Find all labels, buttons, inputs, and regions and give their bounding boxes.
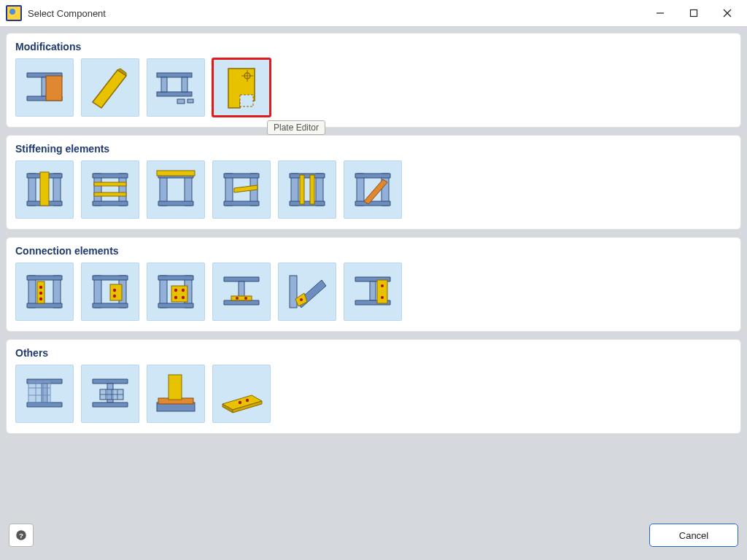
window-title: Select Component bbox=[28, 8, 106, 19]
svg-rect-54 bbox=[691, 10, 697, 17]
frame-top-cap-icon bbox=[151, 165, 201, 214]
window-controls bbox=[643, 0, 744, 26]
cancel-button-label: Cancel bbox=[679, 530, 708, 541]
conn-flange-plate[interactable] bbox=[81, 262, 139, 321]
stiffener-horizontal[interactable] bbox=[81, 160, 139, 219]
panel: ModificationsPlate Editor bbox=[6, 33, 741, 128]
plate-editor[interactable]: Plate Editor bbox=[212, 58, 271, 117]
plate-editor-icon bbox=[217, 63, 266, 112]
plate-icon bbox=[85, 63, 135, 112]
frame-double-icon bbox=[282, 165, 332, 214]
close-button[interactable] bbox=[711, 0, 744, 26]
beam-assembly-icon bbox=[151, 63, 201, 112]
conn-seated[interactable] bbox=[212, 262, 271, 321]
stiffener-double[interactable] bbox=[278, 160, 336, 219]
beam-on-seat-icon bbox=[217, 267, 266, 316]
content-area: ModificationsPlate EditorStiffening elem… bbox=[0, 27, 747, 516]
stiffener-brace[interactable] bbox=[344, 160, 402, 219]
stiffener-web[interactable] bbox=[15, 160, 74, 219]
plate-mod[interactable] bbox=[81, 58, 139, 117]
other-anchor[interactable] bbox=[147, 365, 205, 423]
other-block[interactable] bbox=[81, 365, 139, 423]
column-plate-side-icon bbox=[85, 267, 135, 316]
dialog-window: Select Component ModificationsPlate bbox=[0, 0, 747, 560]
close-icon bbox=[723, 9, 732, 18]
column-plate-square-icon bbox=[151, 267, 201, 316]
column-plate-icon bbox=[20, 267, 69, 316]
stiffener-cap[interactable] bbox=[147, 160, 205, 219]
panel-title: Stiffening elements bbox=[15, 143, 732, 155]
panel: Stiffening elements bbox=[6, 135, 741, 230]
maximize-icon bbox=[689, 9, 698, 18]
titlebar: Select Component bbox=[0, 0, 747, 27]
diagonal-brace-icon bbox=[282, 267, 332, 316]
panel: Connection elements bbox=[6, 237, 741, 332]
beam-section-mod[interactable] bbox=[15, 58, 74, 117]
minimize-button[interactable] bbox=[643, 0, 677, 26]
panel-title: Connection elements bbox=[15, 245, 732, 257]
tile-row: Plate Editor bbox=[15, 58, 732, 117]
help-button[interactable]: ? bbox=[9, 524, 34, 547]
svg-text:?: ? bbox=[19, 532, 23, 540]
cancel-button[interactable]: Cancel bbox=[649, 524, 738, 547]
base-plate-icon bbox=[217, 369, 266, 419]
titlebar-left: Select Component bbox=[6, 5, 106, 21]
frame-brace-icon bbox=[348, 165, 398, 214]
panel-title: Others bbox=[15, 347, 732, 359]
app-icon bbox=[6, 5, 22, 21]
panel: Others bbox=[6, 339, 741, 434]
beam-block-icon bbox=[85, 369, 135, 419]
panel-title: Modifications bbox=[15, 41, 732, 52]
stiffener-mid-shelf[interactable] bbox=[212, 160, 271, 219]
grid-panel-icon bbox=[20, 369, 69, 419]
beam-section-icon bbox=[20, 63, 69, 112]
tile-row bbox=[15, 160, 732, 219]
conn-end-plate[interactable] bbox=[15, 262, 74, 321]
conn-splice[interactable] bbox=[344, 262, 402, 321]
maximize-button[interactable] bbox=[677, 0, 711, 26]
minimize-icon bbox=[656, 9, 665, 18]
frame-mid-shelf-icon bbox=[217, 165, 266, 214]
help-icon: ? bbox=[15, 529, 28, 542]
frame-center-panel-icon bbox=[20, 165, 69, 214]
tile-row bbox=[15, 262, 732, 321]
footer: ? Cancel bbox=[0, 516, 747, 560]
other-grid[interactable] bbox=[15, 365, 74, 423]
beam-assembly-mod[interactable] bbox=[147, 58, 205, 117]
conn-brace[interactable] bbox=[278, 262, 336, 321]
other-base-plate[interactable] bbox=[212, 365, 271, 423]
beam-splice-icon bbox=[348, 267, 398, 316]
tile-row bbox=[15, 365, 732, 423]
conn-double-plate[interactable] bbox=[147, 262, 205, 321]
anchor-block-icon bbox=[151, 369, 201, 419]
frame-horizontal-bars-icon bbox=[85, 165, 135, 214]
tooltip: Plate Editor bbox=[267, 120, 325, 135]
